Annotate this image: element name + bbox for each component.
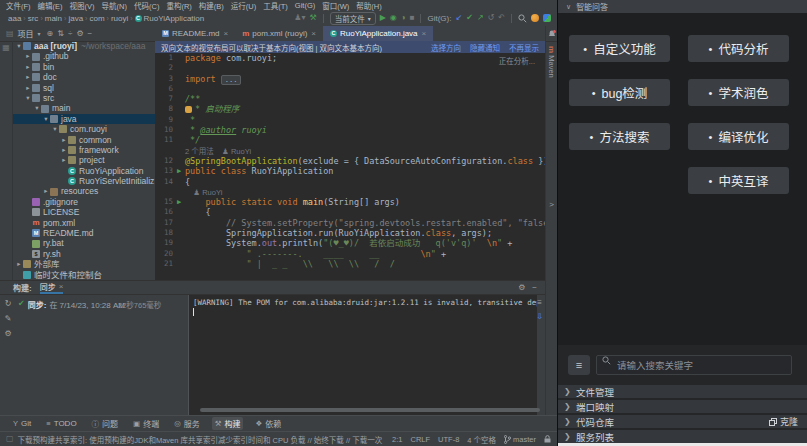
close-tab-icon[interactable]: × bbox=[311, 29, 316, 38]
build-minimize-icon[interactable]: − bbox=[532, 283, 537, 292]
status-message[interactable]: 下载预构建共享索引: 使用预构建的JDK和Maven 库共享索引减少索引时间和 … bbox=[18, 434, 384, 445]
tree-row[interactable]: ▾main bbox=[13, 103, 155, 113]
tree-row[interactable]: ▸doc bbox=[13, 72, 155, 82]
menu-item[interactable]: 构建(B) bbox=[199, 0, 224, 11]
chevron-down-icon[interactable]: ▾ bbox=[33, 103, 41, 113]
soft-wrap-icon[interactable]: ≡ bbox=[537, 298, 542, 307]
build-settings-icon[interactable]: ⚙ bbox=[518, 283, 525, 292]
assistant-section[interactable]: ❯端口映射 bbox=[558, 400, 807, 413]
tree-row[interactable]: 临时文件和控制台 bbox=[13, 270, 155, 280]
coverage-button[interactable]: ◑ bbox=[401, 14, 406, 22]
breadcrumb-item[interactable]: src bbox=[28, 14, 39, 23]
notifications-bell-icon[interactable] bbox=[548, 30, 556, 38]
menu-item[interactable]: 代码(C) bbox=[134, 0, 159, 11]
settings-icon[interactable]: ⚙ bbox=[76, 29, 83, 38]
chevron-down-icon[interactable]: ▾ bbox=[51, 124, 59, 134]
build-gear-icon[interactable]: ⚙ bbox=[4, 329, 11, 338]
git-push-icon[interactable]: ↗ bbox=[477, 14, 484, 22]
tree-row[interactable]: ▾java bbox=[13, 114, 155, 124]
debug-button[interactable]: ◉ bbox=[390, 14, 397, 22]
toolwindow-button-依赖[interactable]: ❖依赖 bbox=[252, 417, 284, 430]
menu-item[interactable]: 导航(N) bbox=[102, 0, 127, 11]
lock-icon[interactable] bbox=[544, 435, 551, 443]
menu-item[interactable]: 工具(T) bbox=[263, 0, 288, 11]
code-line[interactable]: 8* 启动程序 bbox=[155, 104, 545, 114]
code-line[interactable]: 15▶ public static void main(String[] arg… bbox=[155, 197, 545, 207]
tree-row[interactable]: ▸framework bbox=[13, 145, 155, 155]
editor-tab[interactable]: MREADME.md× bbox=[155, 26, 235, 41]
editor-tab[interactable]: mpom.xml (ruoyi)× bbox=[235, 26, 323, 41]
assistant-button[interactable]: •代码分析 bbox=[688, 35, 789, 62]
code-line[interactable]: 7/** bbox=[155, 94, 545, 104]
tree-row[interactable]: LICENSE bbox=[13, 207, 155, 217]
toolwindow-button-服务[interactable]: ◎服务 bbox=[171, 417, 203, 430]
code-line[interactable]: 17 // System.setProperty("spring.devtool… bbox=[155, 218, 545, 228]
menu-item[interactable]: 重构(R) bbox=[166, 0, 191, 11]
code-line[interactable]: 6 bbox=[155, 84, 545, 94]
code-line[interactable]: 13▶public class RuoYiApplication bbox=[155, 166, 545, 176]
menu-burger-icon[interactable]: ≡ bbox=[568, 355, 590, 375]
git-history-icon[interactable]: ↺ bbox=[488, 14, 495, 22]
search-icon[interactable] bbox=[518, 14, 527, 23]
code-line[interactable]: 10 * @author ruoyi bbox=[155, 125, 545, 135]
git-commit-icon[interactable]: ✔ bbox=[466, 14, 473, 22]
pin-icon[interactable]: ✎ bbox=[5, 314, 12, 323]
banner-action-link[interactable]: 隐藏通知 bbox=[470, 42, 500, 53]
chevron-down-icon[interactable]: ▾ bbox=[15, 41, 23, 51]
clone-action[interactable]: 克隆 bbox=[769, 415, 798, 428]
tree-row[interactable]: mpom.xml bbox=[13, 218, 155, 228]
build-hammer-icon[interactable]: ⚒ bbox=[309, 14, 316, 22]
expand-right-icon[interactable]: > bbox=[549, 200, 554, 209]
menu-item[interactable]: 运行(U) bbox=[231, 0, 256, 11]
code-line[interactable]: 18 SpringApplication.run(RuoYiApplicatio… bbox=[155, 228, 545, 238]
chevron-right-icon[interactable]: ▸ bbox=[60, 135, 68, 145]
assistant-header[interactable]: ∨ 智能问答 bbox=[558, 0, 807, 13]
toolwindow-button-终端[interactable]: ▣终端 bbox=[130, 417, 162, 430]
code-line[interactable]: 12@SpringBootApplication(exclude = { Dat… bbox=[155, 156, 545, 166]
assistant-button[interactable]: •学术润色 bbox=[688, 79, 789, 106]
code-line[interactable]: 20 " .-------. ____ __ \n" + bbox=[155, 249, 545, 259]
assistant-section[interactable]: ❯文件管理 bbox=[558, 385, 807, 398]
chevron-right-icon[interactable]: ▸ bbox=[24, 83, 32, 93]
indent-size[interactable]: 4 个空格 bbox=[467, 434, 496, 445]
notification-dot-icon[interactable] bbox=[531, 14, 539, 22]
code-line[interactable]: 21 " | _ _ \\ \\ \\ / / bbox=[155, 259, 545, 269]
code-line[interactable]: 11 */ bbox=[155, 135, 545, 145]
assistant-section[interactable]: ❯服务列表 bbox=[558, 430, 807, 443]
tree-row[interactable]: CRuoYiServletInitializ bbox=[13, 176, 155, 186]
code-area[interactable]: 正在分析... 1package com.ruoyi;23import ...6… bbox=[155, 53, 545, 269]
assistant-button[interactable]: •自定义功能 bbox=[569, 35, 670, 62]
locate-icon[interactable]: ⊕ bbox=[47, 29, 54, 38]
breadcrumb-item[interactable]: aaa bbox=[8, 14, 21, 23]
tree-row[interactable]: ▸bin bbox=[13, 62, 155, 72]
maven-stripe-item[interactable]: Maven bbox=[547, 55, 556, 78]
chevron-right-icon[interactable]: ▸ bbox=[42, 186, 50, 196]
user-icon[interactable]: ♟▾ bbox=[294, 14, 305, 22]
tree-row[interactable]: .gitignore bbox=[13, 197, 155, 207]
breadcrumb-item[interactable]: RuoYiApplication bbox=[144, 14, 205, 23]
close-tab-icon[interactable]: × bbox=[422, 29, 427, 38]
tree-row[interactable]: ▾aaa [ruoyi]~/workspace/aaa bbox=[13, 41, 155, 51]
breadcrumb-item[interactable]: java bbox=[68, 14, 83, 23]
toolwindow-button-git[interactable]: YGit bbox=[10, 418, 34, 429]
chevron-down-icon[interactable]: ▾ bbox=[42, 114, 50, 124]
close-tab-icon[interactable]: × bbox=[59, 282, 64, 291]
git-update-icon[interactable]: ↙ bbox=[455, 14, 462, 22]
breadcrumb-item[interactable]: ruoyi bbox=[111, 14, 128, 23]
menu-item[interactable]: Git(G) bbox=[295, 1, 315, 10]
tree-row[interactable]: ▸.github bbox=[13, 51, 155, 61]
inlay-hint-line[interactable]: 2 个用法 ♟ RuoYi bbox=[155, 146, 545, 156]
chevron-right-icon[interactable]: ▸ bbox=[60, 145, 68, 155]
expand-all-icon[interactable]: ⇅ bbox=[57, 29, 64, 38]
tree-row[interactable]: ▸sql bbox=[13, 83, 155, 93]
close-tab-icon[interactable]: × bbox=[224, 29, 229, 38]
run-button[interactable]: ▶ bbox=[380, 14, 386, 22]
plugin-icon[interactable] bbox=[543, 14, 551, 22]
horizontal-scrollbar[interactable] bbox=[200, 408, 540, 412]
code-line[interactable]: 2 bbox=[155, 63, 545, 73]
build-output[interactable]: [WARNING] The POM for com.alibaba:druid:… bbox=[189, 295, 537, 416]
assistant-button[interactable]: •bug检测 bbox=[569, 79, 670, 106]
project-stripe-icon[interactable]: ▦ bbox=[2, 44, 10, 52]
chevron-right-icon[interactable]: ▸ bbox=[60, 155, 68, 165]
hide-panel-icon[interactable]: − bbox=[88, 29, 93, 38]
